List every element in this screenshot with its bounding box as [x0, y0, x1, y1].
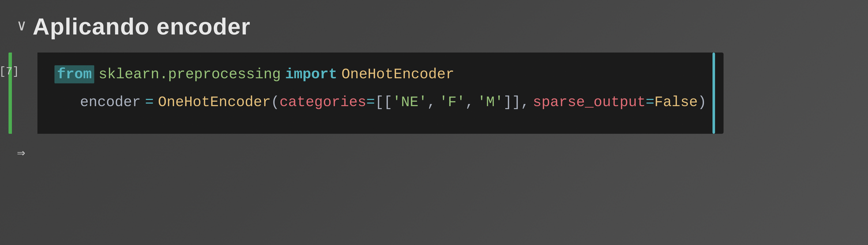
code-operator: =: [145, 94, 154, 111]
section-title: Aplicando encoder: [33, 13, 250, 40]
code-string-2: 'F': [439, 94, 465, 111]
code-string-1: 'NE': [392, 94, 427, 111]
section-header: ∨ Aplicando encoder: [0, 0, 868, 48]
page-container: ∨ Aplicando encoder [7] from sklearn.pre…: [0, 0, 868, 245]
code-cell-container: [7] from sklearn.preprocessing import On…: [0, 53, 868, 134]
code-indent: [55, 103, 80, 107]
code-line-2: encoder = OneHotEncoder ( categories = […: [55, 94, 707, 111]
keyword-import: import: [285, 66, 337, 83]
code-string-3: 'M': [477, 94, 503, 111]
code-comma-1: ,: [427, 94, 436, 111]
keyword-from: from: [55, 65, 94, 83]
code-param2-name: sparse_output: [533, 94, 646, 111]
cell-wrapper: [7] from sklearn.preprocessing import On…: [37, 53, 723, 134]
code-cell[interactable]: from sklearn.preprocessing import OneHot…: [37, 53, 723, 134]
code-bracket-open: [[: [375, 94, 393, 111]
code-module: sklearn.preprocessing: [98, 66, 281, 83]
code-line-1: from sklearn.preprocessing import OneHot…: [55, 65, 707, 83]
code-param-name: categories: [280, 94, 366, 111]
code-class-name: OneHotEncoder: [341, 66, 455, 83]
run-cell-button[interactable]: ⇒: [17, 145, 25, 161]
cell-right-accent-bar: [712, 53, 715, 134]
code-comma-2: ,: [465, 94, 474, 111]
code-param-equals: =: [366, 94, 375, 111]
code-paren-open: (: [271, 94, 280, 111]
code-bracket-close: ]]: [503, 94, 521, 111]
toolbar-row: ⇒: [0, 138, 868, 167]
code-param2-equals: =: [646, 94, 654, 111]
cell-left-bar: [8, 53, 12, 134]
cell-execution-count: [7]: [0, 65, 19, 78]
code-paren-close: ): [698, 94, 707, 111]
code-comma-3: ,: [521, 94, 529, 111]
code-variable: encoder: [80, 94, 141, 111]
chevron-down-icon[interactable]: ∨: [17, 19, 26, 34]
code-bool-value: False: [654, 94, 698, 111]
code-function: OneHotEncoder: [158, 94, 271, 111]
